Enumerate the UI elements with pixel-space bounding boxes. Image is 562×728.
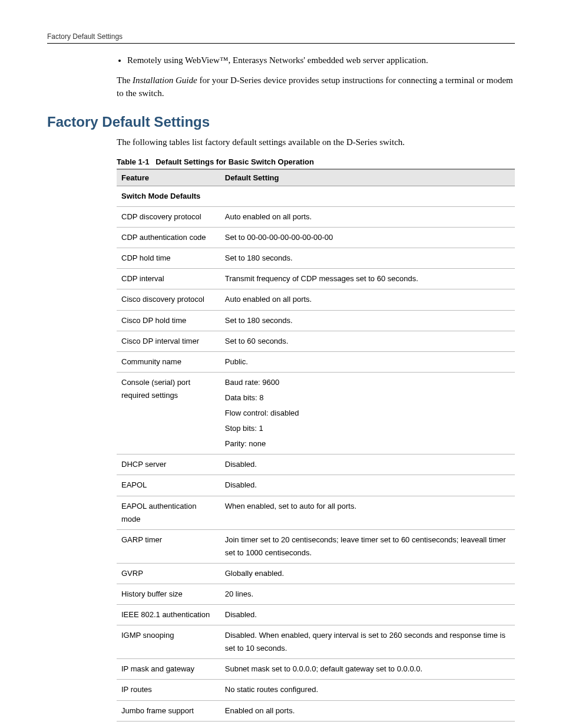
running-header: Factory Default Settings — [47, 32, 515, 41]
table-cell-feature: GARP timer — [117, 529, 220, 563]
table-row: IP mask and gatewaySubnet mask set to 0.… — [117, 659, 515, 680]
table-cell-feature: CDP authentication code — [117, 228, 220, 248]
table-cell-value-line: Stop bits: 1 — [225, 422, 510, 435]
table-row: Jumbo frame supportEnabled on all ports. — [117, 700, 515, 721]
bullet-item: Remotely using WebView™, Enterasys Netwo… — [127, 54, 515, 67]
intro-paragraph: The Installation Guide for your D-Series… — [117, 74, 515, 100]
table-row: GARP timerJoin timer set to 20 centiseco… — [117, 529, 515, 563]
table-cell-value: Set to 180 seconds. — [220, 248, 515, 269]
section-lead: The following tables list factory defaul… — [117, 136, 515, 149]
table-cell-value: Set to 180 seconds. — [220, 310, 515, 331]
table-row: Link aggregation control protocol (LACP)… — [117, 721, 515, 728]
table-cell-value-line: Baud rate: 9600 — [225, 376, 510, 389]
table-cell-feature: GVRP — [117, 563, 220, 584]
table-row: Cisco discovery protocolAuto enabled on … — [117, 289, 515, 310]
table-cell-value: Set to 00-00-00-00-00-00-00-00 — [220, 228, 515, 248]
table-header-default: Default Setting — [220, 169, 515, 186]
table-cell-feature: CDP discovery protocol — [117, 207, 220, 228]
table-cell-feature: EAPOL — [117, 475, 220, 496]
table-cell-feature: CDP hold time — [117, 248, 220, 269]
bullet-text-suffix: , Enterasys Networks' embedded web serve… — [228, 55, 428, 65]
table-cell-value: Baud rate: 9600Data bits: 8Flow control:… — [220, 372, 515, 454]
table-row: CDP hold timeSet to 180 seconds. — [117, 248, 515, 269]
table-cell-feature: History buffer size — [117, 584, 220, 604]
table-row: Community namePublic. — [117, 351, 515, 372]
table-cell-value: 20 lines. — [220, 584, 515, 604]
table-cell-feature: IEEE 802.1 authentication — [117, 605, 220, 625]
table-row: Cisco DP interval timerSet to 60 seconds… — [117, 331, 515, 351]
table-cell-value: Enabled. — [220, 721, 515, 728]
table-cell-value: Disabled. — [220, 605, 515, 625]
table-cell-value: Enabled on all ports. — [220, 700, 515, 721]
table-row: CDP intervalTransmit frequency of CDP me… — [117, 269, 515, 289]
table-row: Cisco DP hold timeSet to 180 seconds. — [117, 310, 515, 331]
table-row: EAPOLDisabled. — [117, 475, 515, 496]
table-subhead-row: Switch Mode Defaults — [117, 186, 515, 207]
table-cell-value: Join timer set to 20 centiseconds; leave… — [220, 529, 515, 563]
table-cell-value: Set to 60 seconds. — [220, 331, 515, 351]
table-cell-value: Transmit frequency of CDP messages set t… — [220, 269, 515, 289]
table-cell-value-line: Parity: none — [225, 437, 510, 450]
table-row: CDP authentication codeSet to 00-00-00-0… — [117, 228, 515, 248]
table-cell-value: Subnet mask set to 0.0.0.0; default gate… — [220, 659, 515, 680]
table-cell-feature: IGMP snooping — [117, 625, 220, 659]
table-cell-feature: Cisco DP interval timer — [117, 331, 220, 351]
table-cell-feature: Jumbo frame support — [117, 700, 220, 721]
table-cell-value: Public. — [220, 351, 515, 372]
table-row: DHCP serverDisabled. — [117, 454, 515, 475]
table-caption-number: Table 1-1 — [117, 157, 149, 166]
table-row: IGMP snoopingDisabled. When enabled, que… — [117, 625, 515, 659]
table-cell-value-line: Flow control: disabled — [225, 407, 510, 420]
table-cell-feature: Cisco DP hold time — [117, 310, 220, 331]
trademark-symbol: ™ — [220, 55, 229, 65]
table-cell-feature: CDP interval — [117, 269, 220, 289]
table-cell-feature: DHCP server — [117, 454, 220, 475]
para-prefix: The — [117, 75, 133, 85]
table-cell-value: No static routes configured. — [220, 680, 515, 700]
bullet-list: Remotely using WebView™, Enterasys Netwo… — [117, 54, 515, 67]
table-cell-feature: EAPOL authentication mode — [117, 496, 220, 529]
table-row: Console (serial) port required settingsB… — [117, 372, 515, 454]
table-cell-feature: Link aggregation control protocol (LACP) — [117, 721, 220, 728]
table-row: History buffer size20 lines. — [117, 584, 515, 604]
header-rule — [47, 43, 515, 44]
table-caption: Table 1-1 Default Settings for Basic Swi… — [117, 157, 515, 166]
table-caption-title: Default Settings for Basic Switch Operat… — [156, 157, 314, 166]
table-row: GVRPGlobally enabled. — [117, 563, 515, 584]
table-cell-value: When enabled, set to auto for all ports. — [220, 496, 515, 529]
table-cell-feature: IP routes — [117, 680, 220, 700]
table-header-row: Feature Default Setting — [117, 169, 515, 186]
table-cell-value-line: Data bits: 8 — [225, 391, 510, 404]
table-cell-value: Auto enabled on all ports. — [220, 289, 515, 310]
table-cell-value: Auto enabled on all ports. — [220, 207, 515, 228]
table-row: IEEE 802.1 authenticationDisabled. — [117, 605, 515, 625]
para-italic: Installation Guide — [133, 75, 197, 85]
table-cell-value: Disabled. When enabled, query interval i… — [220, 625, 515, 659]
table-cell-feature: Console (serial) port required settings — [117, 372, 220, 454]
settings-table: Feature Default Setting Switch Mode Defa… — [117, 169, 515, 728]
table-row: IP routesNo static routes configured. — [117, 680, 515, 700]
section-heading: Factory Default Settings — [47, 114, 515, 130]
table-cell-value: Disabled. — [220, 454, 515, 475]
table-row: CDP discovery protocolAuto enabled on al… — [117, 207, 515, 228]
table-cell-value: Disabled. — [220, 475, 515, 496]
table-cell-feature: Cisco discovery protocol — [117, 289, 220, 310]
table-cell-value: Globally enabled. — [220, 563, 515, 584]
bullet-text-prefix: Remotely using WebView — [127, 55, 220, 65]
table-cell-feature: IP mask and gateway — [117, 659, 220, 680]
table-cell-feature: Community name — [117, 351, 220, 372]
table-header-feature: Feature — [117, 169, 220, 186]
table-subhead-label: Switch Mode Defaults — [117, 186, 515, 207]
table-row: EAPOL authentication modeWhen enabled, s… — [117, 496, 515, 529]
